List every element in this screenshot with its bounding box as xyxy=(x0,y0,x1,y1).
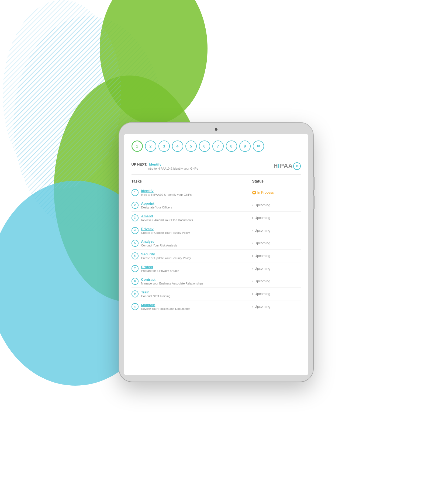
task-status-4: › Upcoming xyxy=(252,228,301,232)
divider-mid xyxy=(132,174,301,175)
task-subtitle-1: Intro to HIPAA10 & Identify your GHPs xyxy=(141,193,192,196)
task-left: 6 Security Create or Update Your Securit… xyxy=(132,252,252,260)
step-6[interactable]: 6 xyxy=(199,140,210,152)
status-label-3: Upcoming xyxy=(255,216,271,220)
hipaa-text: HIPAA xyxy=(274,162,293,169)
status-upcoming-5: › Upcoming xyxy=(252,241,271,245)
task-text-7: Protect Prepare for a Privacy Breach xyxy=(141,265,179,272)
table-row: 3 Amend Review & Amend Your Plan Documen… xyxy=(132,212,301,224)
steps-row: 1 2 3 4 5 6 7 8 9 10 xyxy=(132,140,301,152)
volume-button-2[interactable] xyxy=(313,196,315,209)
task-subtitle-8: Manage your Business Associate Relations… xyxy=(141,282,203,285)
status-label-4: Upcoming xyxy=(255,228,271,232)
chevron-icon-10: › xyxy=(252,305,253,308)
task-text-4: Privacy Create or Update Your Privacy Po… xyxy=(141,227,190,234)
divider-top xyxy=(132,158,301,158)
task-subtitle-9: Conduct Staff Training xyxy=(141,294,171,298)
task-left: 9 Train Conduct Staff Training xyxy=(132,290,252,298)
status-upcoming-9: › Upcoming xyxy=(252,292,271,296)
status-label-9: Upcoming xyxy=(255,292,271,296)
status-upcoming-8: › Upcoming xyxy=(252,279,271,283)
up-next-link[interactable]: Identify xyxy=(149,162,161,166)
table-row: 8 Contract Manage your Business Associat… xyxy=(132,275,301,288)
chevron-icon-8: › xyxy=(252,279,253,283)
task-text-10: Maintain Review Your Policies and Docume… xyxy=(141,303,190,310)
task-left: 2 Appoint Designate Your Officers xyxy=(132,201,252,209)
step-4[interactable]: 4 xyxy=(172,140,183,152)
col-tasks-header: Tasks xyxy=(132,179,252,183)
task-text-2: Appoint Designate Your Officers xyxy=(141,201,172,209)
task-table: Tasks Status 1 Identify Intro to HIPAA10… xyxy=(132,179,301,370)
task-title-4[interactable]: Privacy xyxy=(141,227,190,231)
chevron-icon-6: › xyxy=(252,254,253,258)
table-row: 2 Appoint Designate Your Officers › Upco… xyxy=(132,199,301,212)
status-upcoming-3: › Upcoming xyxy=(252,216,271,220)
task-title-2[interactable]: Appoint xyxy=(141,201,172,205)
task-left: 4 Privacy Create or Update Your Privacy … xyxy=(132,227,252,234)
status-label-7: Upcoming xyxy=(255,266,271,270)
task-status-8: › Upcoming xyxy=(252,279,301,283)
task-status-2: › Upcoming xyxy=(252,203,301,207)
task-left: 1 Identify Intro to HIPAA10 & Identify y… xyxy=(132,189,252,196)
task-num-7: 7 xyxy=(132,265,139,272)
status-upcoming-2: › Upcoming xyxy=(252,203,271,207)
task-num-10: 10 xyxy=(132,303,139,310)
task-status-7: › Upcoming xyxy=(252,266,301,270)
task-title-8[interactable]: Contract xyxy=(141,277,203,282)
hipaa-logo: HIPAA10 xyxy=(274,162,301,170)
table-row: 6 Security Create or Update Your Securit… xyxy=(132,250,301,262)
table-header: Tasks Status xyxy=(132,179,301,185)
task-text-8: Contract Manage your Business Associate … xyxy=(141,277,203,285)
step-9[interactable]: 9 xyxy=(239,140,251,152)
chevron-icon-9: › xyxy=(252,292,253,296)
task-title-1[interactable]: Identify xyxy=(141,189,192,193)
task-num-3: 3 xyxy=(132,214,139,221)
step-10[interactable]: 10 xyxy=(253,140,264,152)
status-label-10: Upcoming xyxy=(255,304,271,308)
task-title-7[interactable]: Protect xyxy=(141,265,179,269)
task-title-5[interactable]: Analyze xyxy=(141,239,177,244)
status-upcoming-7: › Upcoming xyxy=(252,266,271,270)
task-left: 7 Protect Prepare for a Privacy Breach xyxy=(132,265,252,272)
task-title-3[interactable]: Amend xyxy=(141,214,193,218)
task-subtitle-3: Review & Amend Your Plan Documents xyxy=(141,218,193,222)
up-next-text: UP NEXT: xyxy=(132,162,147,166)
task-status-1: In Process xyxy=(252,190,301,194)
step-8[interactable]: 8 xyxy=(226,140,237,152)
task-text-5: Analyze Conduct Your Risk Analysis xyxy=(141,239,177,247)
step-3[interactable]: 3 xyxy=(158,140,170,152)
status-icon xyxy=(252,191,256,194)
step-1[interactable]: 1 xyxy=(132,140,143,152)
step-7[interactable]: 7 xyxy=(212,140,224,152)
svg-point-7 xyxy=(253,191,255,193)
table-row: 9 Train Conduct Staff Training › Upcomin… xyxy=(132,288,301,300)
step-5[interactable]: 5 xyxy=(185,140,197,152)
status-label-1: In Process xyxy=(257,190,274,194)
task-title-6[interactable]: Security xyxy=(141,252,191,256)
task-text-3: Amend Review & Amend Your Plan Documents xyxy=(141,214,193,222)
scene: 1 2 3 4 5 6 7 8 9 10 UP NEXT: Identify xyxy=(54,16,378,488)
status-upcoming-10: › Upcoming xyxy=(252,304,271,308)
task-left: 5 Analyze Conduct Your Risk Analysis xyxy=(132,239,252,247)
chevron-icon-7: › xyxy=(252,267,253,270)
status-label-5: Upcoming xyxy=(255,241,271,245)
task-num-5: 5 xyxy=(132,240,139,247)
task-title-10[interactable]: Maintain xyxy=(141,303,190,307)
step-2[interactable]: 2 xyxy=(145,140,156,152)
task-num-6: 6 xyxy=(132,252,139,259)
task-text-6: Security Create or Update Your Security … xyxy=(141,252,191,260)
task-text-1: Identify Intro to HIPAA10 & Identify you… xyxy=(141,189,192,196)
task-status-9: › Upcoming xyxy=(252,292,301,296)
table-row: 4 Privacy Create or Update Your Privacy … xyxy=(132,224,301,237)
task-num-4: 4 xyxy=(132,227,139,234)
task-status-10: › Upcoming xyxy=(252,304,301,308)
status-label-6: Upcoming xyxy=(255,254,271,258)
status-label-8: Upcoming xyxy=(255,279,271,283)
table-row: 5 Analyze Conduct Your Risk Analysis › U… xyxy=(132,237,301,250)
volume-button[interactable] xyxy=(313,177,315,190)
task-title-9[interactable]: Train xyxy=(141,290,171,294)
task-text-9: Train Conduct Staff Training xyxy=(141,290,171,298)
task-left: 10 Maintain Review Your Policies and Doc… xyxy=(132,303,252,310)
table-row: 1 Identify Intro to HIPAA10 & Identify y… xyxy=(132,186,301,199)
task-num-2: 2 xyxy=(132,202,139,209)
